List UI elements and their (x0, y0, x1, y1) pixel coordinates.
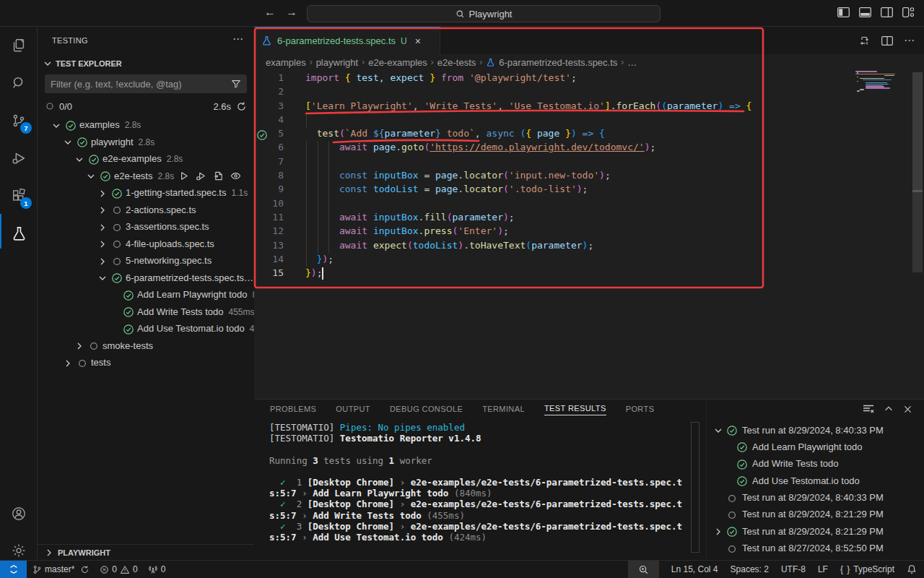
panel-tab-output[interactable]: OUTPUT (336, 405, 370, 415)
nav-forward-icon[interactable]: → (286, 6, 297, 19)
test-result-row[interactable]: Test run at 8/27/2024, 8:52:50 PM (707, 540, 924, 557)
code-line-4[interactable]: 4 (254, 113, 924, 127)
test-result-row[interactable]: Test run at 8/29/2024, 8:21:29 PM (707, 506, 924, 523)
accounts-icon[interactable] (0, 496, 38, 531)
code-line-5[interactable]: 5 test(`Add ${parameter} todo`, async ({… (254, 127, 924, 141)
feedback-status[interactable]: 0 (148, 564, 166, 574)
watch-icon[interactable] (230, 171, 241, 184)
panel-tab-test-results[interactable]: TEST RESULTS (544, 404, 606, 415)
chevron-down-icon[interactable] (712, 425, 724, 439)
tab-close-icon[interactable]: × (415, 35, 421, 47)
source-control-icon[interactable]: 7 (0, 103, 38, 138)
code-line-10[interactable]: 10 (254, 197, 924, 211)
sidebar-more-actions-icon[interactable]: ⋯ (232, 33, 244, 46)
more-actions-icon[interactable]: ⋯ (904, 34, 915, 47)
code-line-7[interactable]: 7 (254, 155, 924, 169)
playwright-section-header[interactable]: PLAYWRIGHT (38, 544, 254, 560)
code-line-14[interactable]: 14 }); (254, 253, 924, 267)
test-tree-item[interactable]: tests (38, 355, 254, 372)
testing-beaker-icon[interactable] (0, 216, 38, 251)
code-line-2[interactable]: 2 (254, 85, 924, 99)
code-line-1[interactable]: 1import { test, expect } from '@playwrig… (254, 72, 924, 85)
chevron-right-icon[interactable] (712, 526, 724, 540)
toggle-sidebar-icon[interactable] (837, 7, 850, 17)
code-line-12[interactable]: 12 await inputBox.press('Enter'); (254, 225, 924, 238)
panel-tab-debug-console[interactable]: DEBUG CONSOLE (390, 405, 463, 415)
remote-indicator[interactable] (0, 561, 27, 578)
tab-6-parametrized-tests[interactable]: 6-parametrized-tests.spec.ts U × (254, 27, 440, 54)
code-line-8[interactable]: 8 const inputBox = page.locator('input.n… (254, 169, 924, 183)
test-explorer-section-header[interactable]: TEST EXPLORER (42, 58, 122, 69)
panel-tab-terminal[interactable]: TERMINAL (482, 405, 525, 415)
goto-file-icon[interactable] (213, 171, 224, 184)
chevron-right-icon[interactable] (97, 188, 108, 199)
breadcrumb-item[interactable]: playwright (316, 57, 359, 68)
breadcrumb-item[interactable]: e2e-examples (368, 57, 427, 68)
toggle-panel-icon[interactable] (859, 7, 871, 17)
test-result-row[interactable]: Test run at 8/29/2024, 8:40:33 PM (707, 490, 924, 506)
run-debug-icon[interactable] (0, 141, 38, 176)
test-results-output[interactable]: [TESTOMATIO] Pipes: No pipes enabled[TES… (269, 422, 695, 543)
breadcrumb[interactable]: examples›playwright›e2e-examples›e2e-tes… (266, 54, 637, 70)
test-tree-item[interactable]: smoke-tests (38, 338, 254, 355)
chevron-right-icon[interactable] (97, 256, 108, 267)
extensions-icon[interactable]: 1 (0, 178, 38, 213)
command-center-search[interactable]: Playwright (307, 5, 661, 22)
test-tree-item[interactable]: 4-file-uploads.spec.ts (38, 236, 254, 254)
run-icon[interactable] (178, 171, 189, 184)
test-result-row[interactable]: Add Learn Playwright todo (707, 439, 924, 455)
chevron-down-icon[interactable] (85, 171, 97, 182)
code-line-9[interactable]: 9 const todoList = page.locator('.todo-l… (254, 183, 924, 197)
encoding[interactable]: UTF-8 (781, 564, 806, 574)
breadcrumb-item[interactable]: e2e-tests (437, 57, 476, 68)
search-icon[interactable] (0, 66, 38, 100)
explorer-icon[interactable] (0, 28, 38, 63)
breadcrumb-item[interactable]: examples (266, 57, 306, 68)
panel-tab-ports[interactable]: PORTS (626, 405, 655, 415)
terminal-scrollbar[interactable] (691, 422, 699, 553)
chevron-right-icon[interactable] (97, 222, 108, 233)
chevron-down-icon[interactable] (74, 154, 85, 165)
indentation[interactable]: Spaces: 2 (731, 564, 769, 574)
test-tree-item[interactable]: Add Write Tests todo455ms (38, 304, 254, 322)
language-mode[interactable]: { } TypeScript (840, 564, 894, 574)
split-editor-icon[interactable] (881, 35, 893, 46)
test-tree-item[interactable]: Add Learn Playwright todo8… (38, 287, 254, 304)
test-tree-item[interactable]: Add Use Testomat.io todo42… (38, 321, 254, 338)
test-tree-item[interactable]: e2e-tests2.8s (38, 168, 254, 186)
notifications-bell-icon[interactable] (907, 564, 917, 574)
test-filter-input[interactable]: Filter (e.g. text, !exclude, @tag) (45, 74, 247, 93)
code-line-13[interactable]: 13 await expect(todoList).toHaveText(par… (254, 239, 924, 253)
code-line-6[interactable]: 6 await page.goto('https://demo.playwrig… (254, 141, 924, 155)
chevron-down-icon[interactable] (97, 272, 108, 284)
eol-sequence[interactable]: LF (818, 564, 828, 574)
refresh-icon[interactable] (236, 101, 247, 112)
chevron-right-icon[interactable] (74, 340, 85, 352)
code-line-15[interactable]: 15}); (254, 267, 924, 280)
test-tree-item[interactable]: 5-networking.spec.ts (38, 253, 254, 270)
panel-tab-problems[interactable]: PROBLEMS (270, 405, 316, 415)
git-branch-status[interactable]: master* (32, 564, 90, 574)
open-changes-icon[interactable] (858, 35, 871, 47)
test-result-row[interactable]: Test run at 8/29/2024, 8:21:29 PM (707, 523, 924, 540)
breadcrumb-item[interactable]: … (627, 57, 637, 68)
chevron-right-icon[interactable] (62, 358, 74, 369)
test-tree-item[interactable]: examples2.8s (38, 117, 254, 134)
toggle-secondary-sidebar-icon[interactable] (881, 7, 893, 17)
test-tree-item[interactable]: playwright2.8s (38, 134, 254, 152)
chevron-down-icon[interactable] (51, 120, 62, 131)
chevron-right-icon[interactable] (97, 238, 108, 250)
test-tree-item[interactable]: 1-getting-started.spec.ts1.1s (38, 185, 254, 202)
problems-status[interactable]: 0 0 (100, 564, 137, 574)
test-result-row[interactable]: Test run at 8/29/2024, 8:40:33 PM (707, 422, 924, 439)
customize-layout-icon[interactable] (902, 7, 914, 17)
chevron-down-icon[interactable] (62, 137, 74, 148)
cursor-position[interactable]: Ln 15, Col 4 (671, 564, 718, 574)
sync-icon[interactable] (80, 565, 90, 574)
debug-icon[interactable] (196, 171, 206, 184)
test-tree-item[interactable]: 2-actions.spec.ts (38, 202, 254, 220)
filter-funnel-icon[interactable] (231, 79, 241, 89)
test-tree-item[interactable]: e2e-examples2.8s (38, 151, 254, 168)
test-result-row[interactable]: Add Use Testomat.io todo (707, 473, 924, 489)
chevron-right-icon[interactable] (97, 204, 108, 216)
